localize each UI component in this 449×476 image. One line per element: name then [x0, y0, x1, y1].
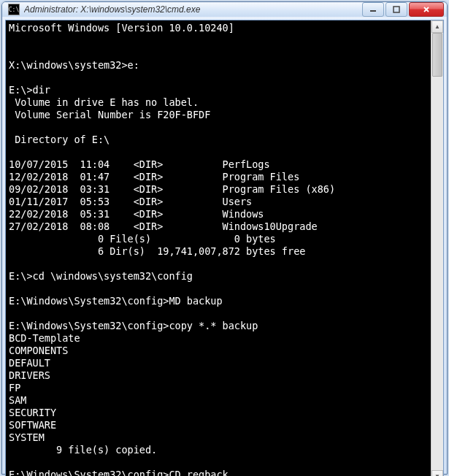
- close-button[interactable]: [409, 2, 444, 17]
- minimize-button[interactable]: [362, 2, 384, 17]
- maximize-button[interactable]: [385, 2, 407, 17]
- scroll-up-button[interactable]: ▲: [431, 20, 443, 33]
- terminal-output[interactable]: Microsoft Windows [Version 10.0.10240] X…: [6, 20, 431, 476]
- scroll-down-button[interactable]: ▼: [431, 470, 443, 476]
- scroll-thumb[interactable]: [432, 33, 442, 77]
- maximize-icon: [393, 6, 400, 13]
- content-frame: Microsoft Windows [Version 10.0.10240] X…: [5, 20, 444, 476]
- minimize-icon: [369, 6, 377, 13]
- cmd-icon: C:\: [8, 4, 20, 15]
- svg-rect-0: [370, 10, 376, 12]
- titlebar[interactable]: C:\ Administrator: X:\windows\system32\c…: [2, 2, 447, 17]
- scroll-track[interactable]: [431, 33, 443, 470]
- chevron-down-icon: ▼: [434, 474, 440, 477]
- chevron-up-icon: ▲: [434, 24, 440, 30]
- cmd-window: C:\ Administrator: X:\windows\system32\c…: [1, 1, 448, 475]
- vertical-scrollbar[interactable]: ▲ ▼: [431, 20, 443, 476]
- close-icon: [423, 6, 430, 13]
- window-controls: [362, 2, 444, 17]
- svg-rect-1: [394, 7, 399, 12]
- window-title: Administrator: X:\windows\system32\cmd.e…: [24, 4, 362, 15]
